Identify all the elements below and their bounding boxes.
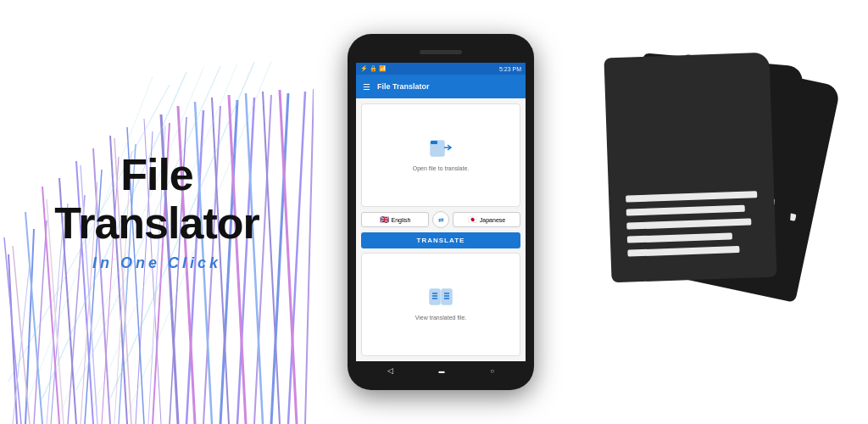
phone-section: ⚡ 🔒 📶 5:23 PM ☰ File Translator xyxy=(314,0,568,424)
swap-languages-button[interactable]: ⇄ xyxy=(432,211,449,228)
doc-line xyxy=(627,232,732,243)
target-language-button[interactable]: 🇯🇵 Japanese xyxy=(453,212,520,227)
view-translated-text: View translated file. xyxy=(415,315,467,321)
app-title-container: File Translator In One Click xyxy=(54,151,259,272)
open-file-icon xyxy=(429,139,453,162)
svg-rect-55 xyxy=(430,289,440,304)
app-title-line2: Translator xyxy=(54,200,259,248)
svg-rect-56 xyxy=(442,289,452,304)
phone-app-title: File Translator xyxy=(377,82,430,91)
nav-home-icon[interactable]: ○ xyxy=(490,367,494,375)
svg-line-1 xyxy=(4,237,21,424)
svg-line-3 xyxy=(34,220,47,424)
open-file-box[interactable]: Open file to translate. xyxy=(361,103,520,207)
phone-device: ⚡ 🔒 📶 5:23 PM ☰ File Translator xyxy=(348,34,534,390)
view-translated-box[interactable]: View translated file. xyxy=(361,253,520,356)
nav-back-icon[interactable]: ◁ xyxy=(387,366,393,375)
uk-flag-icon: 🇬🇧 xyxy=(380,215,389,224)
app-subtitle: In One Click xyxy=(54,255,259,273)
language-row: 🇬🇧 English ⇄ 🇯🇵 Japanese xyxy=(361,211,520,228)
doc-line xyxy=(627,246,739,257)
hamburger-icon[interactable]: ☰ xyxy=(363,82,370,92)
translate-button[interactable]: TRANSLATE xyxy=(361,232,520,248)
svg-rect-54 xyxy=(431,141,437,144)
svg-line-40 xyxy=(271,93,288,424)
documents-stack xyxy=(599,51,837,373)
svg-line-43 xyxy=(280,90,297,424)
phone-app-bar: ☰ File Translator xyxy=(356,75,526,98)
phone-speaker xyxy=(420,50,462,54)
svg-line-44 xyxy=(305,89,314,424)
phone-nav-bar: ◁ ▬ ○ xyxy=(356,361,526,380)
view-file-icon xyxy=(429,288,453,311)
svg-line-2 xyxy=(25,229,34,424)
phone-content: Open file to translate. 🇬🇧 English ⇄ 🇯🇵 … xyxy=(356,98,526,361)
open-file-text: Open file to translate. xyxy=(413,165,470,171)
status-left: ⚡ 🔒 📶 xyxy=(360,65,387,72)
doc-lines-front xyxy=(626,191,759,256)
swap-icon: ⇄ xyxy=(438,216,444,224)
doc-line xyxy=(626,205,745,216)
phone-top-bar xyxy=(356,44,526,59)
svg-line-0 xyxy=(8,254,17,424)
target-language-label: Japanese xyxy=(480,217,505,223)
nav-recent-icon[interactable]: ▬ xyxy=(439,368,445,374)
doc-line xyxy=(626,191,757,202)
left-section: File Translator In One Click xyxy=(0,0,314,424)
status-time: 5:23 PM xyxy=(499,66,521,72)
phone-status-bar: ⚡ 🔒 📶 5:23 PM xyxy=(356,63,526,75)
svg-line-41 xyxy=(263,92,280,424)
svg-line-42 xyxy=(288,92,305,424)
document-page-front xyxy=(604,53,776,283)
doc-line xyxy=(626,219,751,230)
jp-flag-icon: 🇯🇵 xyxy=(468,215,477,224)
source-language-button[interactable]: 🇬🇧 English xyxy=(361,212,429,227)
phone-screen: Open file to translate. 🇬🇧 English ⇄ 🇯🇵 … xyxy=(356,98,526,361)
svg-line-21 xyxy=(13,246,30,424)
app-title-line1: File xyxy=(54,151,259,199)
right-section xyxy=(568,0,868,424)
source-language-label: English xyxy=(392,217,411,223)
svg-line-4 xyxy=(25,212,42,424)
svg-line-20 xyxy=(13,263,30,424)
